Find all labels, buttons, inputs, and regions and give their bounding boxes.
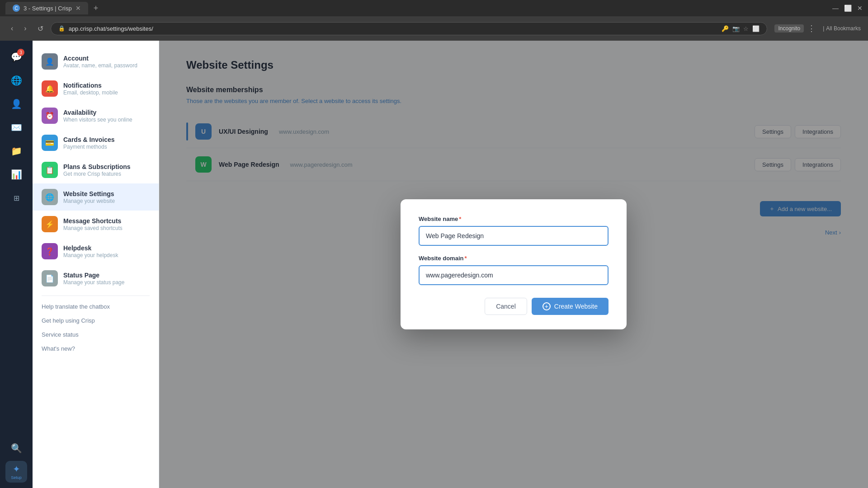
plans-icon: 📋 xyxy=(42,162,58,178)
website-domain-input[interactable] xyxy=(419,265,609,285)
url-text: app.crisp.chat/settings/websites/ xyxy=(69,25,153,32)
new-tab-button[interactable]: + xyxy=(92,2,100,15)
sidebar-item-notifications[interactable]: 🔔 Notifications Email, desktop, mobile xyxy=(33,75,159,102)
website-name-label-text: Website name xyxy=(419,216,458,222)
sidebar-item-helpdesk[interactable]: ❓ Helpdesk Manage your helpdesk xyxy=(33,238,159,265)
sidebar-icon-analytics[interactable]: 📊 xyxy=(5,164,27,185)
website-name-label: Website name* xyxy=(419,216,609,222)
cards-icon: 💳 xyxy=(42,135,58,151)
sidebar-icon-mail[interactable]: ✉️ xyxy=(5,117,27,138)
sidebar-item-status-page[interactable]: 📄 Status Page Manage your status page xyxy=(33,265,159,292)
cards-subtitle: Payment methods xyxy=(63,144,115,150)
address-bar[interactable]: 🔒 app.crisp.chat/settings/websites/ 🔑 📷 … xyxy=(51,22,768,35)
setup-icon: ✦ xyxy=(13,464,20,474)
app-container: 💬 3 🌐 👤 ✉️ 📁 📊 ⊞ 🔍 ✦ Setup xyxy=(0,41,868,488)
sidebar-icon-folder[interactable]: 📁 xyxy=(5,140,27,162)
browser-tab[interactable]: C 3 - Settings | Crisp ✕ xyxy=(5,2,88,14)
sidebar-item-cards[interactable]: 💳 Cards & Invoices Payment methods xyxy=(33,129,159,156)
tab-favicon: C xyxy=(13,5,20,12)
helpdesk-subtitle: Manage your helpdesk xyxy=(63,252,118,258)
name-required: * xyxy=(459,216,461,222)
cards-text: Cards & Invoices Payment methods xyxy=(63,136,115,150)
bookmarks-bar: | All Bookmarks xyxy=(823,25,861,32)
availability-title: Availability xyxy=(63,109,132,116)
plans-title: Plans & Subscriptions xyxy=(63,163,131,170)
bookmark-star-icon[interactable]: ☆ xyxy=(743,25,749,32)
status-page-subtitle: Manage your status page xyxy=(63,279,124,286)
sidebar-item-plans[interactable]: 📋 Plans & Subscriptions Get more Crisp f… xyxy=(33,156,159,183)
browser-chrome: C 3 - Settings | Crisp ✕ + — ⬜ ✕ ‹ › ↺ 🔒… xyxy=(0,0,868,41)
minimize-button[interactable]: — xyxy=(832,5,839,12)
notifications-icon: 🔔 xyxy=(42,80,58,97)
message-shortcuts-title: Message Shortcuts xyxy=(63,217,123,225)
create-website-modal: Website name* Website domain* Cancel + C… xyxy=(401,199,627,329)
modal-overlay[interactable]: Website name* Website domain* Cancel + C… xyxy=(159,41,868,488)
website-settings-text: Website Settings Manage your website xyxy=(63,190,115,204)
maximize-button[interactable]: ⬜ xyxy=(844,5,852,12)
sidebar-icon-globe[interactable]: 🌐 xyxy=(5,70,27,91)
status-page-title: Status Page xyxy=(63,272,124,279)
notifications-subtitle: Email, desktop, mobile xyxy=(63,89,118,96)
bookmarks-label: All Bookmarks xyxy=(826,25,861,32)
browser-nav: ‹ › ↺ 🔒 app.crisp.chat/settings/websites… xyxy=(0,16,868,41)
analytics-icon: 📊 xyxy=(11,169,22,180)
message-shortcuts-subtitle: Manage saved shortcuts xyxy=(63,225,123,231)
website-settings-subtitle: Manage your website xyxy=(63,198,115,204)
tab-close-button[interactable]: ✕ xyxy=(75,5,81,12)
back-button[interactable]: ‹ xyxy=(7,23,17,34)
website-name-input[interactable] xyxy=(419,226,609,246)
cancel-button[interactable]: Cancel xyxy=(485,298,527,315)
settings-sidebar: 👤 Account Avatar, name, email, password … xyxy=(33,41,159,488)
notifications-text: Notifications Email, desktop, mobile xyxy=(63,82,118,96)
sidebar-icon-user[interactable]: 👤 xyxy=(5,93,27,115)
service-status-link[interactable]: Service status xyxy=(33,328,159,342)
sidebar-item-account[interactable]: 👤 Account Avatar, name, email, password xyxy=(33,48,159,75)
camera-icon: 📷 xyxy=(732,25,740,32)
globe-icon: 🌐 xyxy=(11,75,22,86)
setup-label: Setup xyxy=(11,475,22,480)
message-shortcuts-icon: ⚡ xyxy=(42,216,58,232)
chat-badge: 3 xyxy=(17,49,24,56)
incognito-badge: Incognito xyxy=(774,24,804,33)
website-settings-icon: 🌐 xyxy=(42,189,58,205)
create-website-label: Create Website xyxy=(554,303,598,310)
availability-subtitle: When visitors see you online xyxy=(63,117,132,123)
sidebar-icon-chat[interactable]: 💬 3 xyxy=(5,46,27,68)
user-icon: 👤 xyxy=(11,99,22,109)
mail-icon: ✉️ xyxy=(11,122,22,133)
account-text: Account Avatar, name, email, password xyxy=(63,55,137,69)
key-icon: 🔑 xyxy=(722,25,729,32)
sidebar-icon-search[interactable]: 🔍 xyxy=(5,437,27,459)
sidebar-item-website-settings[interactable]: 🌐 Website Settings Manage your website xyxy=(33,183,159,211)
notifications-title: Notifications xyxy=(63,82,118,89)
sidebar-item-availability[interactable]: ⏰ Availability When visitors see you onl… xyxy=(33,102,159,129)
help-translate-link[interactable]: Help translate the chatbox xyxy=(33,300,159,314)
helpdesk-text: Helpdesk Manage your helpdesk xyxy=(63,244,118,258)
folder-icon: 📁 xyxy=(11,145,22,156)
status-page-icon: 📄 xyxy=(42,270,58,286)
whats-new-link[interactable]: What's new? xyxy=(33,342,159,356)
main-content: Website Settings Website memberships Tho… xyxy=(159,41,868,488)
browser-titlebar: C 3 - Settings | Crisp ✕ + — ⬜ ✕ xyxy=(0,0,868,16)
forward-button[interactable]: › xyxy=(20,23,30,34)
status-page-text: Status Page Manage your status page xyxy=(63,272,124,286)
menu-button[interactable]: ⋮ xyxy=(807,23,816,33)
icon-sidebar: 💬 3 🌐 👤 ✉️ 📁 📊 ⊞ 🔍 ✦ Setup xyxy=(0,41,33,488)
availability-text: Availability When visitors see you onlin… xyxy=(63,109,132,123)
refresh-button[interactable]: ↺ xyxy=(34,23,47,35)
website-domain-field: Website domain* xyxy=(419,255,609,285)
get-help-link[interactable]: Get help using Crisp xyxy=(33,314,159,328)
close-button[interactable]: ✕ xyxy=(857,5,863,12)
sidebar-icon-setup[interactable]: ✦ Setup xyxy=(5,461,27,483)
search-icon: 🔍 xyxy=(11,443,22,454)
website-domain-label-text: Website domain xyxy=(419,255,463,262)
create-website-button[interactable]: + Create Website xyxy=(532,298,609,315)
helpdesk-icon: ❓ xyxy=(42,243,58,259)
account-title: Account xyxy=(63,55,137,62)
sidebar-icon-grid[interactable]: ⊞ xyxy=(5,187,27,209)
website-domain-label: Website domain* xyxy=(419,255,609,262)
availability-icon: ⏰ xyxy=(42,108,58,124)
account-subtitle: Avatar, name, email, password xyxy=(63,62,137,69)
sidebar-item-message-shortcuts[interactable]: ⚡ Message Shortcuts Manage saved shortcu… xyxy=(33,211,159,238)
website-settings-title: Website Settings xyxy=(63,190,115,197)
